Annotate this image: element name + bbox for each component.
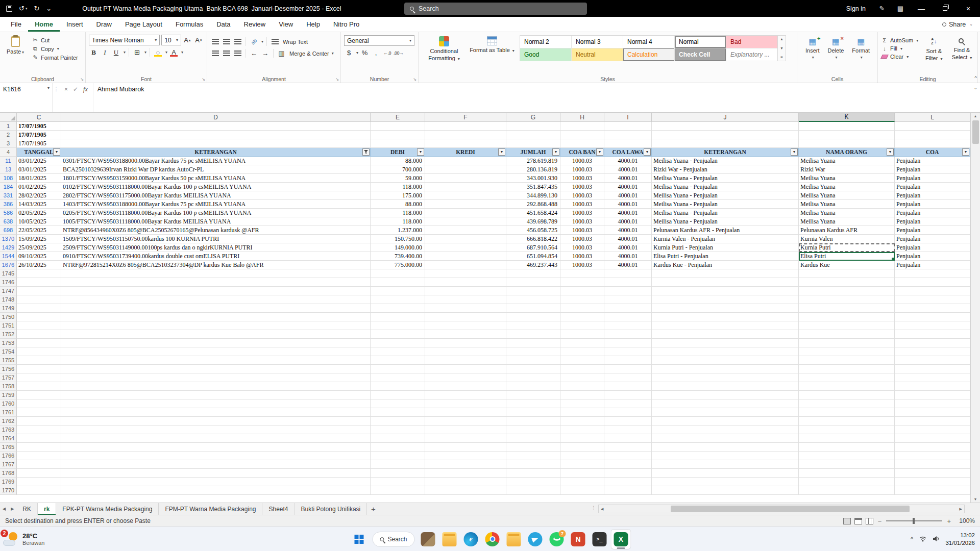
row-header-11[interactable]: 11 (0, 157, 17, 165)
cell-style-check-cell[interactable]: Check Cell (675, 48, 726, 61)
cell[interactable] (799, 408, 895, 417)
cell[interactable] (895, 434, 970, 443)
cell[interactable] (17, 295, 61, 304)
cell[interactable] (61, 373, 371, 382)
fill-color-button[interactable]: ◌ (153, 47, 163, 57)
ribbon-tab-home[interactable]: Home (28, 17, 60, 32)
cell[interactable] (895, 460, 970, 469)
shrink-font-button[interactable]: A▼ (194, 35, 204, 45)
cell[interactable]: 1.237.000 (371, 226, 425, 235)
row-header-1370[interactable]: 1370 (0, 235, 17, 243)
cell[interactable] (604, 339, 652, 347)
cell[interactable]: 651.094.854 (506, 252, 560, 261)
cell[interactable] (604, 304, 652, 313)
insert-cells-button[interactable]: ▦+ Insert ▾ (805, 38, 820, 60)
cell[interactable] (604, 478, 652, 486)
top-align-button[interactable] (210, 37, 220, 46)
sign-in-button[interactable]: Sign in (839, 5, 873, 12)
cell[interactable]: 118.000 (371, 217, 425, 226)
cell[interactable]: 0910/FTSCY/WS95031739400.00kardus double… (61, 252, 371, 261)
cell[interactable] (17, 452, 61, 460)
cell[interactable] (61, 478, 371, 486)
cell[interactable] (560, 486, 604, 495)
cell[interactable] (560, 339, 604, 347)
cell[interactable] (425, 191, 506, 200)
cell[interactable] (425, 417, 506, 425)
horizontal-scrollbar-thumb[interactable] (671, 506, 910, 512)
cell[interactable]: 17/07/1905 (17, 139, 61, 148)
cell[interactable]: 278.619.819 (506, 157, 560, 165)
cell[interactable] (652, 330, 799, 339)
cell[interactable]: Pelunasan Kardus AFR (799, 226, 895, 235)
cell[interactable] (17, 391, 61, 399)
cell[interactable]: Penjualan (895, 217, 970, 226)
cell[interactable] (560, 434, 604, 443)
cell[interactable] (799, 269, 895, 278)
zoom-slider[interactable] (886, 520, 942, 521)
cell[interactable] (895, 365, 970, 373)
pen-icon[interactable]: ✎ (873, 5, 891, 12)
orientation-button[interactable]: ab (249, 37, 259, 46)
zoom-in-button[interactable]: + (946, 517, 952, 525)
column-header-d[interactable]: D (61, 113, 371, 122)
cell[interactable] (425, 278, 506, 287)
cell[interactable] (799, 399, 895, 408)
ribbon-tab-insert[interactable]: Insert (60, 17, 90, 32)
cell[interactable]: 1509/FTSCY/WS95031150750.00kardus 100 KU… (61, 235, 371, 243)
cell[interactable]: BCA25010329639Irvan Rizki War DP kardus … (61, 165, 371, 174)
row-header-1429[interactable]: 1429 (0, 243, 17, 252)
cell[interactable] (560, 278, 604, 287)
taskbar-app-folder[interactable] (504, 529, 524, 549)
cell[interactable]: 4000.01 (604, 183, 652, 191)
cell[interactable] (560, 356, 604, 365)
cell[interactable] (604, 131, 652, 139)
number-format-select[interactable]: General▾ (344, 35, 414, 46)
cell[interactable] (560, 269, 604, 278)
filter-dropdown-icon[interactable]: ▼ (887, 148, 894, 156)
taskbar-search[interactable]: Search (372, 532, 414, 547)
cell[interactable] (61, 486, 371, 495)
cell[interactable] (652, 321, 799, 330)
cell[interactable] (895, 304, 970, 313)
conditional-formatting-button[interactable]: Conditional Formatting ▾ (422, 35, 467, 62)
cell[interactable] (61, 347, 371, 356)
row-header-1750[interactable]: 1750 (0, 313, 17, 321)
cell-style-bad[interactable]: Bad (726, 36, 777, 48)
row-header-586[interactable]: 586 (0, 209, 17, 217)
cell[interactable] (895, 469, 970, 478)
row-header-2[interactable]: 2 (0, 131, 17, 139)
cell[interactable] (17, 356, 61, 365)
cell[interactable] (17, 269, 61, 278)
cell[interactable] (61, 417, 371, 425)
cell[interactable] (652, 295, 799, 304)
middle-align-button[interactable] (222, 37, 231, 46)
cell[interactable]: Penjualan (895, 226, 970, 235)
cell[interactable] (425, 469, 506, 478)
cell[interactable] (61, 278, 371, 287)
row-header-13[interactable]: 13 (0, 165, 17, 174)
cell[interactable] (61, 131, 371, 139)
cell[interactable]: 1000.03 (560, 252, 604, 261)
cell[interactable] (506, 131, 560, 139)
cell[interactable]: Penjualan (895, 243, 970, 252)
cell[interactable] (895, 278, 970, 287)
cell[interactable] (425, 356, 506, 365)
cell[interactable]: 4000.01 (604, 261, 652, 269)
cell[interactable] (61, 304, 371, 313)
cell[interactable] (604, 313, 652, 321)
cell[interactable]: Kardus Kue (799, 261, 895, 269)
bottom-align-button[interactable] (233, 37, 242, 46)
cell[interactable] (17, 469, 61, 478)
cell[interactable] (371, 452, 425, 460)
cell[interactable] (652, 365, 799, 373)
cell[interactable] (652, 478, 799, 486)
cell[interactable] (61, 425, 371, 434)
cell[interactable]: Meilisa Yuana (799, 174, 895, 183)
bold-button[interactable]: B (89, 47, 99, 57)
cell[interactable] (799, 313, 895, 321)
titlebar-search[interactable]: Search (404, 3, 587, 15)
cell[interactable]: 4000.01 (604, 252, 652, 261)
cell[interactable] (371, 373, 425, 382)
wrap-text-button[interactable] (270, 37, 280, 46)
cell[interactable] (895, 399, 970, 408)
